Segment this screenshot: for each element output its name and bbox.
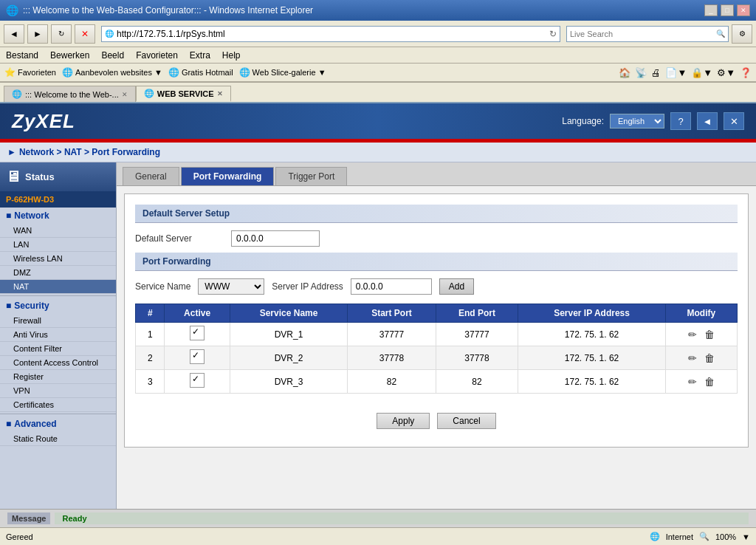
cell-active[interactable]: [165, 370, 230, 394]
page-menu-icon[interactable]: 📄▼: [665, 67, 687, 78]
favorites-button[interactable]: ⭐ Favorieten: [4, 67, 56, 78]
cell-service-name: DVR_2: [230, 346, 347, 370]
sidebar-section-advanced[interactable]: ■ Advanced: [0, 416, 116, 432]
dmz-label: DMZ: [13, 268, 31, 277]
browser-tab-2-close[interactable]: ✕: [217, 90, 223, 97]
sidebar-section-network[interactable]: ■ Network: [0, 208, 116, 224]
default-server-input[interactable]: [231, 230, 320, 247]
sidebar: 🖥 Status P-662HW-D3 ■ Network WAN LAN Wi…: [0, 162, 117, 509]
menu-bewerken[interactable]: Bewerken: [50, 50, 89, 61]
hotmail-label: Gratis Hotmail: [182, 68, 233, 77]
sidebar-section-security[interactable]: ■ Security: [0, 298, 116, 314]
browser-tab-1-close[interactable]: ✕: [122, 91, 128, 98]
browser-tab-2-label: WEB SERVICE: [157, 89, 214, 98]
minimize-button[interactable]: _: [704, 4, 718, 16]
sidebar-item-firewall[interactable]: Firewall: [0, 314, 116, 328]
sidebar-item-certificates[interactable]: Certificates: [0, 398, 116, 412]
active-checkbox[interactable]: [190, 373, 205, 388]
tab-general[interactable]: General: [123, 167, 179, 185]
webslice-label: Web Slice-galerie ▼: [252, 68, 326, 77]
cell-active[interactable]: [165, 346, 230, 370]
forward-button[interactable]: ►: [27, 24, 48, 44]
zone-icon: 🌐: [650, 532, 660, 541]
menu-beeld[interactable]: Beeld: [101, 50, 124, 61]
delete-button[interactable]: 🗑: [702, 351, 717, 366]
help-button[interactable]: ?: [670, 112, 691, 130]
browser-tab-2[interactable]: 🌐 WEB SERVICE ✕: [136, 86, 231, 102]
menu-bestand[interactable]: Bestand: [6, 50, 38, 61]
sidebar-item-lan[interactable]: LAN: [0, 238, 116, 252]
zoom-text: 100%: [715, 532, 736, 541]
back-nav-button[interactable]: ◄: [697, 112, 718, 130]
cell-num: 1: [136, 323, 165, 346]
bottom-buttons: Apply Cancel: [135, 405, 738, 436]
maximize-button[interactable]: □: [721, 4, 734, 16]
active-checkbox[interactable]: [190, 349, 205, 364]
server-ip-label: Server IP Address: [272, 281, 343, 292]
sidebar-item-register[interactable]: Register: [0, 370, 116, 384]
content-tabs: General Port Forwarding Trigger Port: [117, 162, 756, 186]
tools-icon[interactable]: ⚙▼: [717, 67, 735, 78]
service-name-select[interactable]: WWW FTP HTTP HTTPS: [198, 278, 264, 295]
home-icon[interactable]: 🏠: [619, 67, 630, 78]
edit-button[interactable]: ✏: [686, 351, 699, 366]
star-icon: ⭐: [4, 67, 16, 78]
active-checkbox[interactable]: [190, 326, 205, 340]
sidebar-item-vpn[interactable]: VPN: [0, 384, 116, 398]
browser-toolbar: ◄ ► ↻ ✕ 🌐 ↻ 🔍 ⚙: [0, 21, 756, 47]
aanbevolen-button[interactable]: 🌐 Aanbevolen websites ▼: [62, 67, 162, 78]
tab-port-forwarding[interactable]: Port Forwarding: [181, 167, 275, 185]
menu-extra[interactable]: Extra: [190, 50, 210, 61]
sidebar-item-wireless-lan[interactable]: Wireless LAN: [0, 252, 116, 266]
browser-title: ::: Welcome to the Web-Based Configurato…: [23, 5, 313, 16]
sidebar-item-antivirus[interactable]: Anti Virus: [0, 328, 116, 342]
status-text: Gereed: [6, 532, 33, 541]
delete-button[interactable]: 🗑: [702, 327, 717, 342]
edit-button[interactable]: ✏: [686, 327, 699, 342]
sidebar-item-static-route[interactable]: Static Route: [0, 432, 116, 446]
sidebar-item-nat[interactable]: NAT: [0, 280, 116, 294]
refresh-button[interactable]: ↻: [51, 24, 72, 44]
language-select[interactable]: English Dutch German French: [610, 114, 664, 128]
search-button[interactable]: 🔍: [713, 27, 728, 41]
address-input[interactable]: [117, 29, 549, 39]
cell-start-port: 37778: [348, 346, 436, 370]
firewall-label: Firewall: [13, 316, 41, 325]
zoom-dropdown-icon[interactable]: ▼: [742, 532, 750, 541]
aanbevolen-label: Aanbevolen websites ▼: [75, 68, 162, 77]
edit-button[interactable]: ✏: [686, 374, 699, 389]
menu-favorieten[interactable]: Favorieten: [136, 50, 178, 61]
server-ip-input[interactable]: [351, 278, 432, 295]
print-icon[interactable]: 🖨: [651, 67, 661, 78]
help-icon[interactable]: ❓: [740, 67, 752, 78]
hotmail-button[interactable]: 🌐 Gratis Hotmail: [168, 67, 233, 78]
cell-active[interactable]: [165, 323, 230, 346]
tools-button[interactable]: ⚙: [732, 24, 752, 44]
search-input[interactable]: [567, 30, 713, 38]
cancel-button[interactable]: Cancel: [437, 413, 495, 429]
menu-help[interactable]: Help: [222, 50, 241, 61]
content-access-label: Content Access Control: [13, 358, 98, 367]
tab-trigger-port[interactable]: Trigger Port: [275, 167, 347, 185]
add-button[interactable]: Add: [439, 278, 474, 295]
rss-icon[interactable]: 📡: [635, 67, 647, 78]
refresh-icon[interactable]: ↻: [549, 29, 557, 39]
logout-button[interactable]: ✕: [724, 112, 744, 130]
stop-button[interactable]: ✕: [75, 24, 95, 44]
safety-icon[interactable]: 🔒▼: [691, 67, 712, 78]
content-area: General Port Forwarding Trigger Port Def…: [117, 162, 756, 509]
sidebar-item-content-access[interactable]: Content Access Control: [0, 356, 116, 370]
main-layout: 🖥 Status P-662HW-D3 ■ Network WAN LAN Wi…: [0, 162, 756, 509]
cell-start-port: 37777: [348, 323, 436, 346]
back-button[interactable]: ◄: [4, 24, 24, 44]
sidebar-status[interactable]: 🖥 Status: [0, 162, 116, 191]
browser-tab-1[interactable]: 🌐 ::: Welcome to the Web-... ✕: [4, 86, 136, 102]
sidebar-item-wan[interactable]: WAN: [0, 224, 116, 238]
breadcrumb-text: Network > NAT > Port Forwarding: [19, 147, 160, 157]
sidebar-item-content-filter[interactable]: Content Filter: [0, 342, 116, 356]
delete-button[interactable]: 🗑: [702, 374, 717, 389]
apply-button[interactable]: Apply: [377, 413, 430, 429]
close-button[interactable]: ✕: [737, 4, 750, 16]
webslice-button[interactable]: 🌐 Web Slice-galerie ▼: [239, 67, 326, 78]
sidebar-item-dmz[interactable]: DMZ: [0, 266, 116, 280]
